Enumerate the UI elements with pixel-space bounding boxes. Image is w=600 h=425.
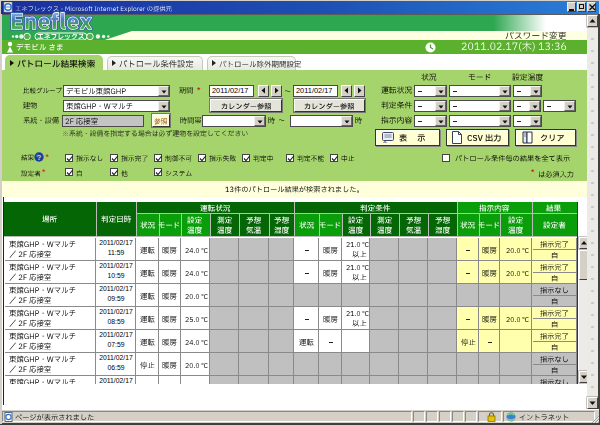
- svg-text:?: ?: [37, 153, 42, 162]
